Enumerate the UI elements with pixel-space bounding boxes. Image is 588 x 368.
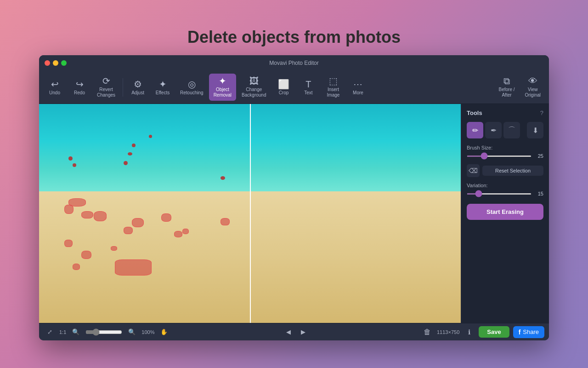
insert-image-label: InsertImage [327, 87, 340, 98]
crop-label: Crop [279, 90, 289, 95]
undo-icon: ↩ [51, 80, 59, 89]
panel-header: Tools ? [467, 109, 543, 116]
beach-object-14 [115, 259, 152, 276]
prev-icon: ◀ [286, 328, 291, 335]
minimize-button[interactable] [53, 60, 58, 66]
variation-value: 15 [534, 191, 543, 196]
page-title: Delete objects from photos [187, 28, 401, 47]
variation-slider[interactable] [467, 193, 531, 195]
zoom-in-button[interactable]: 🔍 [126, 326, 138, 338]
maximize-button[interactable] [61, 60, 67, 66]
water-object-1 [132, 144, 136, 147]
lasso-icon: ⌒ [508, 126, 515, 135]
water-object-7 [220, 176, 225, 180]
share-button[interactable]: f Share [513, 326, 544, 338]
brush-size-section: Brush Size: 25 [467, 145, 543, 159]
redo-button[interactable]: ↪ Redo [68, 77, 91, 98]
more-icon: ⋯ [353, 80, 362, 89]
beach-object-13 [73, 264, 80, 270]
trash-icon: 🗑 [424, 328, 431, 336]
adjust-icon: ⚙ [134, 80, 142, 89]
more-button[interactable]: ⋯ More [346, 77, 370, 98]
undo-button[interactable]: ↩ Undo [43, 77, 67, 98]
change-bg-button[interactable]: 🖼 ChangeBackground [237, 74, 271, 101]
beach-object-8 [220, 218, 230, 225]
pan-tool-button[interactable]: ✋ [158, 326, 170, 338]
start-erasing-button[interactable]: Start Erasing [467, 204, 543, 220]
beach-object-3 [132, 218, 144, 227]
water-object-5 [73, 163, 76, 167]
zoom-in-icon: 🔍 [128, 328, 136, 335]
object-removal-label: ObjectRemoval [214, 87, 232, 98]
fit-to-screen-icon: ⤢ [47, 328, 52, 335]
text-icon: T [305, 80, 311, 89]
split-divider [250, 104, 251, 323]
close-button[interactable] [45, 60, 50, 66]
separator-1 [123, 78, 123, 97]
variation-row: 15 [467, 191, 543, 196]
info-icon: ℹ [468, 328, 470, 336]
adjust-button[interactable]: ⚙ Adjust [126, 77, 150, 98]
save-button[interactable]: Save [479, 326, 509, 338]
text-button[interactable]: T Text [296, 77, 320, 98]
brush-size-value: 25 [534, 153, 543, 159]
variation-label: Variation: [467, 183, 543, 188]
brush-size-slider[interactable] [467, 155, 531, 157]
zoom-out-button[interactable]: 🔍 [70, 326, 82, 338]
pan-icon: ✋ [160, 328, 168, 335]
lasso-tool-button[interactable]: ⌒ [503, 122, 520, 138]
help-icon[interactable]: ? [540, 109, 543, 116]
bottom-bar: ⤢ 1:1 🔍 🔍 100% ✋ ◀ ▶ 🗑 1113×750 [39, 323, 549, 340]
eraser-icon: ⬇ [532, 126, 538, 135]
change-bg-icon: 🖼 [249, 76, 259, 86]
water-object-3 [124, 161, 128, 165]
object-removal-button[interactable]: ✦ ObjectRemoval [209, 74, 236, 101]
zoom-slider[interactable] [85, 328, 122, 336]
share-label: Share [523, 328, 539, 335]
brush-size-label: Brush Size: [467, 145, 543, 150]
effects-button[interactable]: ✦ Effects [151, 77, 175, 98]
canvas-area[interactable] [39, 104, 461, 323]
retouching-icon: ◎ [188, 80, 196, 89]
eraser-tool-button[interactable]: ⬇ [527, 122, 543, 138]
prev-image-button[interactable]: ◀ [283, 326, 294, 338]
revert-icon: ⟳ [102, 76, 110, 86]
change-bg-label: ChangeBackground [242, 87, 266, 98]
view-original-icon: 👁 [528, 76, 537, 86]
ratio-label: 1:1 [59, 329, 66, 335]
nav-center: ◀ ▶ [174, 326, 418, 338]
redo-label: Redo [74, 90, 85, 95]
crop-icon: ⬜ [278, 80, 289, 89]
info-button[interactable]: ℹ [463, 326, 475, 338]
reset-selection-button[interactable]: Reset Selection [482, 166, 543, 176]
beach-object-6 [174, 231, 182, 237]
revert-changes-button[interactable]: ⟳ RevertChanges [92, 74, 120, 101]
eyedropper-tool-button[interactable]: ✒ [485, 122, 502, 138]
before-after-label: Before /After [499, 87, 515, 98]
crop-button[interactable]: ⬜ Crop [271, 77, 295, 98]
beach-object-11 [64, 240, 73, 247]
brush-tool-button[interactable]: ✏ [467, 122, 483, 138]
retouching-button[interactable]: ◎ Retouching [175, 77, 208, 98]
beach-object-4 [124, 227, 133, 234]
reset-icon-button[interactable]: ⌫ [467, 164, 480, 177]
variation-section: Variation: 15 [467, 183, 543, 196]
view-original-button[interactable]: 👁 ViewOriginal [520, 74, 545, 101]
brush-icon: ✏ [472, 126, 478, 135]
beach-image [39, 104, 461, 323]
image-size-info: 1113×750 [437, 329, 459, 335]
app-window: Movavi Photo Editor ↩ Undo ↪ Redo ⟳ Reve… [39, 55, 549, 340]
view-original-label: ViewOriginal [525, 87, 541, 98]
effects-icon: ✦ [159, 80, 167, 89]
bottom-bar-right: 🗑 1113×750 ℹ Save f Share [421, 326, 544, 338]
delete-button[interactable]: 🗑 [421, 326, 433, 338]
fit-to-screen-button[interactable]: ⤢ [44, 326, 56, 338]
reset-icon: ⌫ [469, 167, 478, 174]
next-image-button[interactable]: ▶ [297, 326, 309, 338]
beach-object-12 [81, 251, 91, 259]
beach-object-9 [81, 211, 93, 218]
undo-label: Undo [49, 90, 60, 95]
next-icon: ▶ [301, 328, 305, 335]
before-after-button[interactable]: ⧉ Before /After [494, 74, 520, 101]
insert-image-button[interactable]: ⬚ InsertImage [321, 74, 345, 101]
